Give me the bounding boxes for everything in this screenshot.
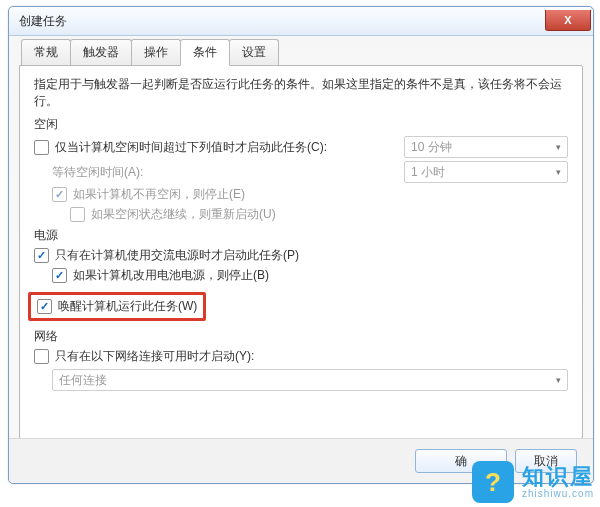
stop-on-battery-label: 如果计算机改用电池电源，则停止(B) [73,267,269,284]
close-button[interactable]: X [545,10,591,31]
dialog-window: 创建任务 X 常规 触发器 操作 条件 设置 指定用于与触发器一起判断是否应运行… [8,6,594,484]
titlebar: 创建任务 X [9,7,593,36]
tab-general[interactable]: 常规 [21,39,71,65]
ac-only-row: 只有在计算机使用交流电源时才启动此任务(P) [34,247,568,264]
only-if-idle-checkbox[interactable] [34,140,49,155]
wait-idle-value: 1 小时 [411,164,445,181]
tab-triggers[interactable]: 触发器 [70,39,132,65]
only-if-net-checkbox[interactable] [34,349,49,364]
tab-settings[interactable]: 设置 [229,39,279,65]
wait-idle-label: 等待空闲时间(A): [52,164,143,181]
watermark-url: zhishiwu.com [522,488,594,499]
stop-if-not-idle-label: 如果计算机不再空闲，则停止(E) [73,186,245,203]
restart-on-idle-row: 如果空闲状态继续，则重新启动(U) [34,206,568,223]
window-title: 创建任务 [19,13,67,30]
idle-header: 空闲 [34,116,568,133]
tab-strip: 常规 触发器 操作 条件 设置 [19,41,583,65]
idle-duration-select[interactable]: 10 分钟 ▾ [404,136,568,158]
network-header: 网络 [34,328,568,345]
stop-on-battery-row: 如果计算机改用电池电源，则停止(B) [34,267,568,284]
network-select-value: 任何连接 [59,372,107,389]
ac-only-label: 只有在计算机使用交流电源时才启动此任务(P) [55,247,299,264]
chevron-down-icon: ▾ [556,142,561,152]
wait-idle-select[interactable]: 1 小时 ▾ [404,161,568,183]
wake-checkbox[interactable] [37,299,52,314]
only-if-idle-row: 仅当计算机空闲时间超过下列值时才启动此任务(C): 10 分钟 ▾ [34,136,568,158]
power-header: 电源 [34,227,568,244]
wake-label: 唤醒计算机运行此任务(W) [58,298,197,315]
chevron-down-icon: ▾ [556,167,561,177]
tab-actions[interactable]: 操作 [131,39,181,65]
network-select-row: 任何连接 ▾ [34,369,568,391]
stop-on-battery-checkbox[interactable] [52,268,67,283]
restart-on-idle-checkbox[interactable] [70,207,85,222]
wake-highlight: 唤醒计算机运行此任务(W) [28,292,206,321]
only-if-idle-label: 仅当计算机空闲时间超过下列值时才启动此任务(C): [55,139,327,156]
conditions-panel: 指定用于与触发器一起判断是否应运行此任务的条件。如果这里指定的条件不是真，该任务… [19,65,583,439]
tab-conditions[interactable]: 条件 [180,39,230,66]
ac-only-checkbox[interactable] [34,248,49,263]
restart-on-idle-label: 如果空闲状态继续，则重新启动(U) [91,206,276,223]
network-select[interactable]: 任何连接 ▾ [52,369,568,391]
idle-duration-value: 10 分钟 [411,139,452,156]
wait-idle-row: 等待空闲时间(A): 1 小时 ▾ [34,161,568,183]
stop-if-not-idle-checkbox[interactable] [52,187,67,202]
only-if-net-row: 只有在以下网络连接可用时才启动(Y): [34,348,568,365]
stop-if-not-idle-row: 如果计算机不再空闲，则停止(E) [34,186,568,203]
watermark-title: 知识屋 [522,466,594,488]
only-if-net-label: 只有在以下网络连接可用时才启动(Y): [55,348,254,365]
watermark: 知识屋 zhishiwu.com [472,461,594,503]
close-icon: X [564,14,571,26]
watermark-icon [472,461,514,503]
conditions-description: 指定用于与触发器一起判断是否应运行此任务的条件。如果这里指定的条件不是真，该任务… [34,76,568,110]
chevron-down-icon: ▾ [556,375,561,385]
